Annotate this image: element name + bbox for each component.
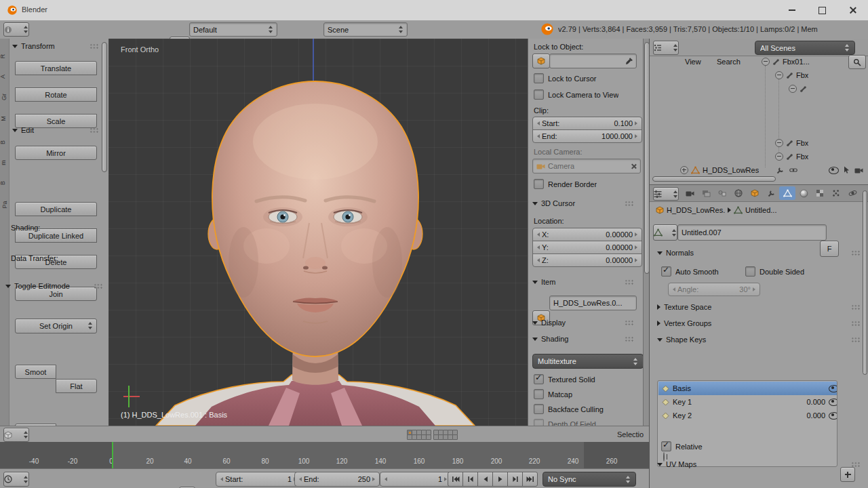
backface-culling-row[interactable]: Backface Culling bbox=[534, 404, 604, 414]
close-button[interactable] bbox=[837, 0, 868, 20]
shape-key-add-button[interactable] bbox=[840, 467, 855, 482]
decrement-icon[interactable] bbox=[537, 134, 540, 138]
collapse-circle-icon[interactable] bbox=[775, 139, 783, 147]
lock-to-cursor-row[interactable]: Lock to Cursor bbox=[534, 73, 597, 83]
panel-drag-dots[interactable] bbox=[851, 321, 861, 327]
decrement-icon[interactable] bbox=[537, 258, 540, 262]
outliner-row-fbx01[interactable]: Fbx01... bbox=[762, 58, 810, 66]
prev-keyframe-button[interactable] bbox=[462, 472, 478, 487]
tab-object-data-active[interactable] bbox=[779, 186, 795, 200]
relative-checkbox[interactable] bbox=[661, 441, 671, 451]
local-camera-field[interactable]: Camera bbox=[532, 159, 641, 174]
outliner-display-mode-dropdown[interactable]: All Scenes bbox=[755, 41, 855, 55]
lock-camera-row[interactable]: Lock Camera to View bbox=[534, 89, 618, 100]
layer-cell[interactable] bbox=[426, 434, 431, 440]
frame-end-field[interactable]: End: 250 bbox=[294, 472, 380, 487]
scrollbar-thumb[interactable] bbox=[863, 190, 867, 375]
panel-header-texture-space[interactable]: Texture Space bbox=[657, 303, 861, 311]
shape-key-row-basis[interactable]: Basis bbox=[658, 382, 837, 395]
increment-icon[interactable] bbox=[372, 477, 375, 481]
mirror-button[interactable]: Mirror bbox=[15, 146, 97, 160]
tab-object[interactable] bbox=[747, 186, 763, 200]
screen-layout-field[interactable]: Default bbox=[189, 22, 277, 37]
shelf-tab-6[interactable]: B bbox=[0, 181, 6, 185]
collapse-circle-icon[interactable] bbox=[775, 152, 783, 161]
outliner-item-label[interactable]: Fbx01... bbox=[783, 58, 810, 66]
mute-eye-icon[interactable] bbox=[829, 412, 837, 420]
decrement-icon[interactable] bbox=[537, 245, 540, 249]
panel-header-normals[interactable]: Normals bbox=[657, 249, 861, 257]
outliner-row-fbx-2[interactable]: Fbx bbox=[775, 139, 808, 147]
editor-type-selector-outliner[interactable] bbox=[653, 41, 679, 55]
timeline-view-menu[interactable]: View bbox=[31, 484, 53, 488]
clip-end-field[interactable]: End: 1000.000 bbox=[532, 129, 642, 143]
outliner-item-label[interactable]: Fbx bbox=[796, 139, 808, 147]
panel-drag-dots[interactable] bbox=[625, 320, 634, 326]
textured-solid-row[interactable]: Textured Solid bbox=[534, 374, 595, 384]
mute-eye-icon[interactable] bbox=[829, 399, 837, 406]
jump-to-end-button[interactable] bbox=[522, 472, 538, 487]
scene-field[interactable]: Scene bbox=[323, 22, 408, 37]
editor-type-selector-timeline[interactable] bbox=[3, 472, 29, 487]
play-button[interactable] bbox=[492, 472, 508, 487]
panel-header-transform[interactable]: Transform bbox=[12, 42, 99, 50]
outliner-search-button[interactable] bbox=[848, 55, 866, 69]
relative-row[interactable]: Relative bbox=[661, 441, 703, 451]
clip-start-field[interactable]: Start: 0.100 bbox=[532, 117, 642, 130]
frame-start-field[interactable]: Start: 1 bbox=[216, 472, 301, 487]
increment-icon[interactable] bbox=[635, 258, 637, 262]
tab-texture[interactable] bbox=[812, 186, 828, 200]
panel-header-shape-keys[interactable]: Shape Keys bbox=[657, 336, 861, 344]
shelf-tab-0[interactable]: R bbox=[0, 54, 6, 59]
decrement-icon[interactable] bbox=[384, 477, 387, 481]
outliner-view-menu[interactable]: View bbox=[682, 53, 704, 70]
shading-mode-dropdown[interactable]: Multitexture bbox=[532, 354, 644, 369]
selectable-cursor-icon[interactable] bbox=[844, 166, 850, 174]
tab-material[interactable] bbox=[795, 186, 812, 200]
shade-flat-button[interactable]: Flat bbox=[56, 379, 97, 393]
shape-keys-list[interactable]: Basis Key 1 0.000 Key 2 0.000 bbox=[657, 380, 837, 467]
shape-key-row-key2[interactable]: Key 2 0.000 bbox=[658, 409, 837, 422]
panel-header-toggle-editmode[interactable]: Toggle Editmode bbox=[5, 282, 103, 290]
backface-culling-checkbox[interactable] bbox=[534, 404, 544, 414]
breadcrumb-data[interactable]: Untitled... bbox=[745, 206, 776, 214]
panel-drag-dots[interactable] bbox=[851, 337, 861, 343]
panel-header-edit[interactable]: Edit bbox=[12, 126, 99, 134]
scrollbar-thumb[interactable] bbox=[102, 42, 107, 172]
decrement-icon[interactable] bbox=[673, 287, 675, 291]
tab-render[interactable] bbox=[682, 186, 698, 200]
shelf-tab-4[interactable]: B bbox=[0, 140, 6, 144]
outliner-search-menu[interactable]: Search bbox=[714, 53, 743, 70]
shelf-tab-5[interactable]: m bbox=[0, 160, 7, 165]
datablock-name-field[interactable]: Untitled.007 bbox=[677, 224, 827, 241]
scrollbar-thumb[interactable] bbox=[652, 176, 776, 182]
minimize-button[interactable] bbox=[776, 0, 807, 20]
duplicate-button[interactable]: Duplicate bbox=[15, 202, 97, 216]
outliner-row-fbx-1[interactable]: Fbx bbox=[775, 71, 808, 79]
shelf-tab-2[interactable]: Gr bbox=[1, 94, 7, 100]
editor-type-selector-properties[interactable] bbox=[653, 187, 679, 201]
mute-eye-icon[interactable] bbox=[829, 385, 837, 392]
maximize-button[interactable] bbox=[807, 0, 837, 20]
editor-type-selector-info[interactable] bbox=[3, 22, 29, 37]
tab-physics[interactable] bbox=[844, 186, 861, 200]
panel-drag-dots[interactable] bbox=[90, 43, 99, 49]
panel-header-item[interactable]: Item bbox=[532, 278, 634, 286]
translate-button[interactable]: Translate bbox=[15, 61, 97, 75]
tab-world[interactable] bbox=[730, 186, 747, 200]
double-sided-checkbox[interactable] bbox=[745, 266, 755, 277]
decrement-icon[interactable] bbox=[537, 232, 540, 237]
playhead-current-frame-line[interactable] bbox=[112, 442, 113, 468]
rotate-button[interactable]: Rotate bbox=[15, 87, 97, 102]
outliner-item-label[interactable]: Fbx bbox=[796, 71, 808, 79]
increment-icon[interactable] bbox=[635, 232, 637, 237]
decrement-icon[interactable] bbox=[220, 477, 223, 481]
tab-scene[interactable] bbox=[714, 186, 730, 200]
panel-drag-dots[interactable] bbox=[625, 201, 634, 207]
auto-smooth-checkbox[interactable] bbox=[661, 266, 671, 277]
shelf-tab-3[interactable]: M bbox=[0, 116, 7, 121]
current-frame-field[interactable]: 1 bbox=[380, 472, 452, 487]
outliner-row-bone[interactable] bbox=[789, 85, 810, 93]
matcap-row[interactable]: Matcap bbox=[534, 389, 572, 399]
increment-icon[interactable] bbox=[635, 134, 637, 138]
